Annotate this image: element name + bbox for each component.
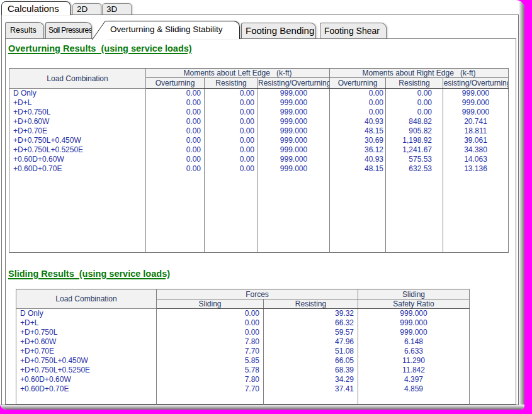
value-cell: 0.00 (205, 117, 258, 126)
value-cell: 11.842 (358, 366, 470, 375)
value-cell: 0.00 (330, 98, 386, 108)
value-cell: 0.00 (146, 89, 205, 99)
app-window: Calculations 2D 3D Results Soil Pressure… (0, 0, 524, 410)
load-combination-cell: +D+0.60W (9, 117, 146, 126)
table-row: +0.60D+0.70E7.7037.414.859 (16, 384, 470, 394)
col-header: Resisting (386, 78, 443, 89)
value-cell: 7.80 (157, 375, 264, 384)
value-cell: 0.00 (330, 89, 386, 99)
tab-3d[interactable]: 3D (102, 3, 132, 14)
tab-overturning-sliding-stability[interactable]: Overturning & Sliding Stability (106, 21, 240, 39)
value-cell: 0.00 (205, 126, 258, 136)
value-cell: 999.000 (258, 89, 330, 99)
load-combination-cell: +D+0.70E (16, 347, 157, 356)
value-cell: 0.00 (205, 108, 258, 117)
value-cell: 20.741 (443, 117, 509, 126)
value-cell: 51.08 (264, 347, 358, 356)
col-header: Overturning (146, 78, 205, 89)
table-row: D Only0.0039.32999.000 (16, 309, 470, 319)
tab-calculations[interactable]: Calculations (1, 1, 71, 15)
value-cell: 39.061 (443, 136, 509, 145)
load-combination-header: Load Combination (9, 69, 146, 89)
value-cell: 4.397 (358, 375, 470, 384)
value-cell: 48.15 (330, 126, 386, 136)
table-row: +D+0.750L+0.5250E5.7868.3911.842 (16, 366, 470, 375)
value-cell: 999.000 (258, 117, 330, 126)
value-cell: 848.82 (386, 117, 443, 126)
value-cell: 5.85 (157, 356, 264, 366)
value-cell: 0.00 (330, 108, 386, 117)
value-cell: 40.93 (330, 155, 386, 164)
load-combination-header: Load Combination (16, 289, 157, 309)
value-cell: 0.00 (146, 108, 205, 117)
tab-overturning-label: Overturning & Sliding Stability (110, 25, 223, 34)
value-cell: 37.41 (264, 384, 358, 394)
table-row: +0.60D+0.70E0.000.00999.00048.15632.5313… (9, 164, 509, 174)
value-cell: 34.29 (264, 375, 358, 384)
tab-footing-bending[interactable]: Footing Bending (241, 23, 316, 38)
load-combination-cell: +D+L (9, 98, 146, 108)
value-cell: 0.00 (205, 89, 258, 99)
sliding-table: Load Combination Forces Sliding Sliding … (16, 289, 470, 405)
value-cell: 40.93 (330, 117, 386, 126)
value-cell: 48.15 (330, 164, 386, 174)
value-cell: 999.000 (443, 89, 509, 99)
table-row: +D+0.60W7.8047.966.148 (16, 337, 470, 347)
window-shadow-bottom (0, 405, 524, 410)
value-cell: 0.00 (146, 126, 205, 136)
sliding-results-heading: Sliding Results (using service loads) (8, 269, 170, 279)
value-cell: 0.00 (146, 136, 205, 145)
load-combination-cell: +D+0.750L+0.450W (16, 356, 157, 366)
value-cell: 68.39 (264, 366, 358, 375)
right-edge-group-header: Moments about Right Edge (k-ft) (330, 69, 509, 78)
value-cell: 999.000 (358, 309, 470, 319)
value-cell: 0.00 (146, 145, 205, 155)
value-cell: 999.000 (258, 136, 330, 145)
value-cell: 999.000 (258, 155, 330, 164)
group-header-row: Load Combination Forces Sliding (16, 289, 470, 299)
table-row: +D+0.750L+0.450W0.000.00999.00030.691,19… (9, 136, 509, 145)
value-cell: 999.000 (358, 318, 470, 328)
value-cell: 7.70 (157, 347, 264, 356)
value-cell: 47.96 (264, 337, 358, 347)
value-cell: 1,198.92 (386, 136, 443, 145)
load-combination-cell: +D+L (16, 318, 157, 328)
value-cell: 13.136 (443, 164, 509, 174)
value-cell: 0.00 (157, 328, 264, 337)
load-combination-cell: D Only (16, 309, 157, 319)
value-cell: 66.32 (264, 318, 358, 328)
tab-results[interactable]: Results (5, 22, 44, 38)
load-combination-cell: +D+0.750L+0.5250E (16, 366, 157, 375)
forces-group-header: Forces (157, 289, 358, 299)
overturning-table: Load Combination Moments about Left Edge… (9, 68, 509, 253)
value-cell: 0.00 (386, 98, 443, 108)
table-row: +D+0.750L+0.450W5.8566.0511.290 (16, 356, 470, 366)
load-combination-cell: +0.60D+0.60W (9, 155, 146, 164)
value-cell: 0.00 (146, 155, 205, 164)
value-cell: 632.53 (386, 164, 443, 174)
sliding-group-header: Sliding (358, 289, 470, 299)
col-header: Overturning (330, 78, 386, 89)
value-cell: 999.000 (258, 126, 330, 136)
tab-footing-shear[interactable]: Footing Shear (320, 23, 387, 38)
tab-2d[interactable]: 2D (72, 3, 101, 14)
value-cell: 999.000 (443, 98, 509, 108)
load-combination-cell: +D+0.750L (16, 328, 157, 337)
value-cell: 0.00 (146, 98, 205, 108)
table-row: D Only0.000.00999.0000.000.00999.000 (9, 89, 509, 99)
value-cell: 999.000 (358, 328, 470, 337)
tab-soil-pressures[interactable]: Soil Pressures (45, 22, 92, 38)
value-cell: 1,241.67 (386, 145, 443, 155)
value-cell: 4.859 (358, 384, 470, 394)
value-cell: 0.00 (157, 318, 264, 328)
value-cell: 11.290 (358, 356, 470, 366)
value-cell: 905.82 (386, 126, 443, 136)
value-cell: 6.633 (358, 347, 470, 356)
value-cell: 30.69 (330, 136, 386, 145)
load-combination-cell: +D+0.70E (9, 126, 146, 136)
empty-filler-row (16, 394, 470, 404)
value-cell: 999.000 (258, 164, 330, 174)
load-combination-cell: +0.60D+0.70E (9, 164, 146, 174)
value-cell: 0.00 (146, 164, 205, 174)
empty-filler-row (9, 174, 509, 252)
